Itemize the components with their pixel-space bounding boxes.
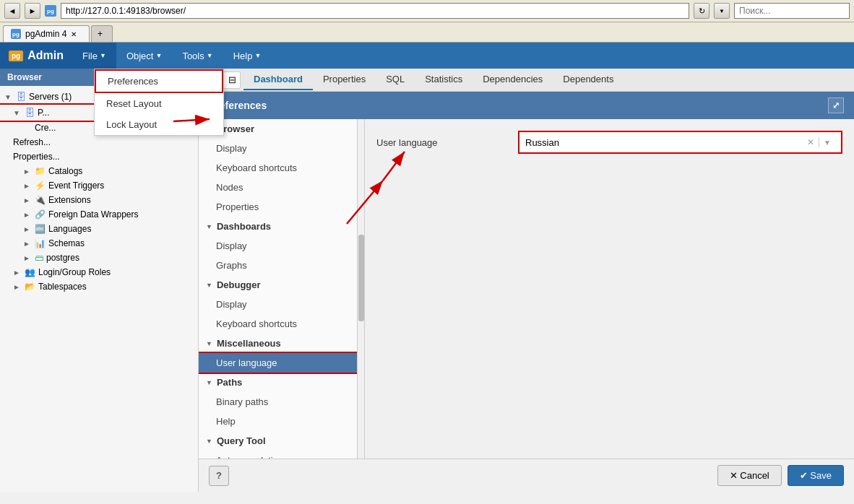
fdw-icon: 🔗: [35, 209, 46, 220]
dropdown-item-preferences[interactable]: Preferences: [95, 69, 223, 93]
pref-user-language-control: Russian ✕ ▼: [518, 131, 842, 154]
pref-content: User language Russian ✕ ▼: [365, 119, 854, 459]
address-input[interactable]: [61, 3, 689, 19]
tab-properties[interactable]: Properties: [313, 69, 376, 90]
tree-item-schemas[interactable]: ► 📊 Schemas: [0, 236, 198, 251]
browser-tab-new[interactable]: +: [91, 25, 113, 42]
login-roles-arrow-icon: ►: [13, 269, 22, 277]
login-roles-label: Login/Group Roles: [38, 267, 194, 277]
pref-tree-qt-autocomp[interactable]: Auto completion: [199, 451, 357, 459]
postgres-arrow-icon: ►: [23, 254, 32, 262]
help-button[interactable]: ?: [209, 466, 229, 486]
pref-tree-misc-section[interactable]: ▼ Miscellaneous: [199, 334, 357, 353]
user-language-value: Russian: [525, 137, 803, 148]
pref-tree-browser-display[interactable]: Display: [199, 139, 357, 158]
servers-icon: 🗄: [16, 91, 26, 103]
properties-label: Properties...: [13, 152, 194, 162]
dropdown-item-lock-layout[interactable]: Lock Layout: [95, 114, 223, 135]
tab-sql[interactable]: SQL: [376, 69, 415, 90]
catalogs-icon: 📁: [35, 166, 46, 176]
browser-tab-pgadmin[interactable]: pg pgAdmin 4 ✕: [3, 25, 90, 42]
dropdown-item-reset-layout[interactable]: Reset Layout: [95, 93, 223, 114]
server-p-icon: 🗄: [25, 107, 35, 118]
refresh-label: Refresh...: [13, 137, 194, 147]
event-triggers-arrow-icon: ►: [23, 182, 32, 190]
search-input[interactable]: [734, 3, 850, 19]
tablespaces-label: Tablespaces: [38, 282, 194, 292]
pref-tree-user-language[interactable]: User language: [199, 353, 357, 373]
postgres-icon: 🗃: [35, 253, 43, 263]
pref-tree-querytool-section[interactable]: ▼ Query Tool: [199, 431, 357, 451]
querytool-section-arrow-icon: ▼: [206, 438, 212, 445]
pref-tree-paths-binary[interactable]: Binary paths: [199, 392, 357, 412]
tab-close-button[interactable]: ✕: [71, 30, 77, 38]
menu-help[interactable]: Help ▼: [223, 43, 272, 69]
tree-item-login-roles[interactable]: ► 👥 Login/Group Roles: [0, 265, 198, 279]
menu-object[interactable]: Object ▼: [116, 43, 173, 69]
back-button[interactable]: ◄: [4, 3, 20, 19]
tree-item-properties[interactable]: Properties...: [0, 149, 198, 164]
user-language-clear-btn[interactable]: ✕: [803, 137, 819, 147]
pref-tree-browser-keyboard[interactable]: Keyboard shortcuts: [199, 158, 357, 178]
save-button[interactable]: ✔ Save: [788, 465, 844, 486]
user-language-select[interactable]: Russian ✕ ▼: [518, 131, 842, 154]
extensions-label: Extensions: [48, 195, 194, 205]
tablespaces-arrow-icon: ►: [13, 283, 22, 291]
menu-bar: File ▼ Object ▼ Tools ▼ Help ▼: [72, 43, 271, 69]
pref-tree-dashboards-section[interactable]: ▼ Dashboards: [199, 217, 357, 236]
menu-tools[interactable]: Tools ▼: [172, 43, 223, 69]
pref-header: Preferences ⤢: [199, 92, 854, 119]
pref-tree: ▼ Browser Display Keyboard shortcuts Nod…: [199, 119, 358, 459]
pref-expand-button[interactable]: ⤢: [828, 97, 844, 113]
pref-tree-paths-section[interactable]: ▼ Paths: [199, 373, 357, 392]
schemas-icon: 📊: [35, 238, 46, 248]
object-arrow-icon: ▼: [155, 52, 162, 59]
tab-statistics[interactable]: Statistics: [415, 69, 473, 90]
tree-item-event-triggers[interactable]: ► ⚡ Event Triggers: [0, 178, 198, 193]
preferences-panel: Preferences ⤢ ▼ Browser Display: [199, 92, 854, 492]
pref-tree-paths-help[interactable]: Help: [199, 412, 357, 431]
pref-tree-browser-nodes[interactable]: Nodes: [199, 178, 357, 197]
cancel-button[interactable]: ✕ Cancel: [717, 465, 782, 486]
tab-dashboard[interactable]: Dashboard: [243, 69, 313, 90]
pref-tree-debugger-section[interactable]: ▼ Debugger: [199, 275, 357, 295]
pref-tree-browser-properties[interactable]: Properties: [199, 197, 357, 217]
tree-item-catalogs[interactable]: ► 📁 Catalogs: [0, 164, 198, 178]
debugger-section-arrow-icon: ▼: [206, 282, 212, 289]
tree-item-fdw[interactable]: ► 🔗 Foreign Data Wrappers: [0, 207, 198, 222]
event-triggers-icon: ⚡: [35, 181, 46, 191]
logo-pg: pg: [9, 51, 23, 61]
tab-toolbar-filter-btn[interactable]: ⊟: [223, 71, 241, 89]
right-panel: ⊞ ⊟ Dashboard Properties SQL Statistics …: [199, 69, 854, 492]
pref-tree-debugger-display[interactable]: Display: [199, 295, 357, 314]
tab-dependents[interactable]: Dependents: [553, 69, 624, 90]
servers-arrow-icon: ▼: [4, 93, 13, 101]
fdw-label: Foreign Data Wrappers: [48, 209, 194, 220]
pref-tree-scrollbar[interactable]: [358, 119, 365, 459]
tab-dependencies[interactable]: Dependencies: [473, 69, 553, 90]
refresh-button[interactable]: ↻: [694, 3, 709, 19]
pref-tree-debugger-keyboard[interactable]: Keyboard shortcuts: [199, 314, 357, 334]
tree-item-postgres[interactable]: ► 🗃 postgres: [0, 251, 198, 265]
pref-tree-scroll-thumb: [358, 235, 364, 321]
fdw-arrow-icon: ►: [23, 211, 32, 219]
refresh-arrow-button[interactable]: ▼: [714, 3, 730, 19]
help-arrow-icon: ▼: [254, 52, 261, 59]
tree-item-languages[interactable]: ► 🔤 Languages: [0, 222, 198, 236]
tools-arrow-icon: ▼: [207, 52, 213, 59]
pref-user-language-row: User language Russian ✕ ▼: [376, 131, 842, 154]
languages-icon: 🔤: [35, 224, 46, 234]
tree-item-tablespaces[interactable]: ► 📂 Tablespaces: [0, 279, 198, 294]
tree-item-extensions[interactable]: ► 🔌 Extensions: [0, 193, 198, 207]
menu-file[interactable]: File ▼: [72, 43, 116, 69]
tab-bar: pg pgAdmin 4 ✕ +: [0, 22, 854, 42]
user-language-dropdown-btn[interactable]: ▼: [819, 139, 835, 147]
logo-text: Admin: [27, 49, 64, 62]
file-dropdown-menu: Preferences Reset Layout Lock Layout: [94, 69, 224, 136]
forward-button[interactable]: ►: [25, 3, 40, 19]
tree-item-refresh[interactable]: Refresh...: [0, 135, 198, 149]
server-p-arrow-icon: ▼: [13, 109, 22, 117]
pref-tree-dashboards-display[interactable]: Display: [199, 236, 357, 256]
pref-tree-dashboards-graphs[interactable]: Graphs: [199, 256, 357, 275]
pref-footer: ? ✕ Cancel ✔ Save: [199, 459, 854, 492]
